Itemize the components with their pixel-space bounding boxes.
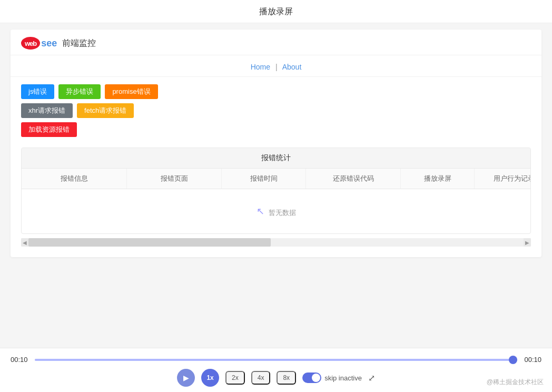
- time-start: 00:10: [11, 356, 29, 364]
- timeline-track[interactable]: [35, 359, 517, 361]
- error-table: 报错统计 报错信息 报错页面 报错时间 还原错误代码 播放录屏 用户行为记录 ↖…: [21, 148, 531, 234]
- watermark: @稀土掘金技术社区: [487, 378, 544, 387]
- col-error-page: 报错页面: [127, 169, 222, 189]
- about-link[interactable]: About: [282, 63, 302, 71]
- empty-text: 暂无数据: [269, 208, 296, 218]
- resource-error-btn[interactable]: 加载资源报错: [21, 122, 77, 137]
- table-columns: 报错信息 报错页面 报错时间 还原错误代码 播放录屏 用户行为记录: [22, 169, 530, 189]
- xhr-error-btn[interactable]: xhr请求报错: [21, 103, 73, 118]
- col-user-behavior: 用户行为记录: [475, 169, 531, 189]
- button-group-2: xhr请求报错 fetch请求报错: [11, 101, 541, 120]
- col-error-time: 报错时间: [222, 169, 306, 189]
- button-group-3: 加载资源报错: [11, 120, 541, 139]
- table-empty-area: ↖ 暂无数据: [22, 189, 530, 233]
- home-link[interactable]: Home: [251, 63, 270, 71]
- col-error-info: 报错信息: [22, 169, 127, 189]
- col-restore-code: 还原错误代码: [306, 169, 401, 189]
- speed-1x-btn[interactable]: 1x: [201, 369, 219, 387]
- async-error-btn[interactable]: 异步错误: [58, 84, 101, 99]
- logo-label: 前端监控: [62, 38, 96, 49]
- play-button[interactable]: ▶: [177, 369, 195, 387]
- skip-inactive-label: skip inactive: [324, 374, 362, 382]
- cursor-icon: ↖: [257, 205, 264, 217]
- logo-area: web see 前端监控: [11, 30, 541, 55]
- logo-badge: web: [21, 37, 40, 50]
- timeline-thumb[interactable]: [509, 356, 517, 364]
- js-error-btn[interactable]: js错误: [21, 84, 54, 99]
- speed-4x-btn[interactable]: 4x: [251, 371, 271, 385]
- nav-separator: |: [275, 63, 278, 71]
- skip-inactive-toggle-wrap: skip inactive: [302, 373, 362, 383]
- table-title: 报错统计: [22, 148, 530, 169]
- time-end: 00:10: [523, 356, 541, 364]
- main-content: web see 前端监控 Home | About js错误 异步错误 prom…: [11, 30, 541, 257]
- speed-8x-btn[interactable]: 8x: [277, 371, 296, 385]
- controls-row: ▶ 1x 2x 4x 8x skip inactive ⤢: [11, 369, 541, 387]
- speed-2x-btn[interactable]: 2x: [225, 371, 245, 385]
- logo-see: see: [41, 38, 57, 49]
- fetch-error-btn[interactable]: fetch请求报错: [77, 103, 134, 118]
- page-title: 播放录屏: [0, 0, 552, 23]
- scrollbar-left-arrow[interactable]: ◀: [21, 238, 28, 247]
- skip-inactive-toggle[interactable]: [302, 373, 321, 383]
- scrollbar-right-arrow[interactable]: ▶: [524, 238, 531, 247]
- promise-error-btn[interactable]: promise错误: [105, 84, 157, 99]
- nav-links: Home | About: [11, 55, 541, 77]
- timeline-fill: [35, 359, 517, 361]
- scrollbar-thumb[interactable]: [28, 238, 271, 247]
- button-group: js错误 异步错误 promise错误: [11, 77, 541, 101]
- col-play-record: 播放录屏: [401, 169, 475, 189]
- expand-button[interactable]: ⤢: [368, 373, 375, 383]
- timeline-row: 00:10 00:10: [11, 356, 541, 364]
- horizontal-scrollbar[interactable]: ◀ ▶: [21, 238, 531, 247]
- toggle-knob: [312, 374, 320, 382]
- player-area: 00:10 00:10 ▶ 1x 2x 4x 8x skip inactive …: [0, 348, 552, 392]
